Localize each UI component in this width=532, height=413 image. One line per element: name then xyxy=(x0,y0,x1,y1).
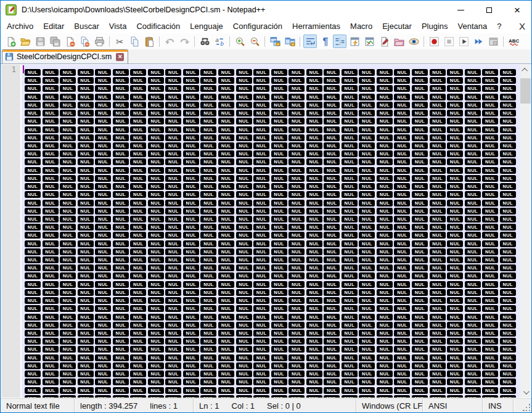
toolbar-separator xyxy=(109,36,110,47)
toolbar-redo-button xyxy=(178,35,191,48)
nul-row: NULNULNULNULNULNULNULNULNULNULNULNULNULN… xyxy=(25,285,520,293)
text-caret xyxy=(23,65,24,73)
close-file-icon xyxy=(65,36,75,47)
sync-vertical-scrolling-icon xyxy=(270,36,280,47)
nul-row: NULNULNULNULNULNULNULNULNULNULNULNULNULN… xyxy=(25,367,520,375)
tab-close-icon[interactable]: ✕ xyxy=(116,53,124,61)
status-eol-format[interactable]: Windows (CR LF) xyxy=(356,399,423,412)
nul-row: NULNULNULNULNULNULNULNULNULNULNULNULNULN… xyxy=(25,318,520,326)
toolbar-zoom-in-button[interactable] xyxy=(233,35,247,48)
status-cursor-position-value: Sel : 0 | 0 xyxy=(267,401,301,411)
nul-row: NULNULNULNULNULNULNULNULNULNULNULNULNULN… xyxy=(25,73,520,81)
nul-row: NULNULNULNULNULNULNULNULNULNULNULNULNULN… xyxy=(25,204,520,212)
toolbar-folder-as-workspace-button[interactable] xyxy=(392,35,406,48)
toolbar-copy-button[interactable] xyxy=(128,35,141,48)
open-file-icon xyxy=(20,36,31,47)
editor-area[interactable]: 1 NULNULNULNULNULNULNULNULNULNULNULNULNU… xyxy=(1,65,531,398)
notepadpp-window: D:\Users\oicampo\Downloads\SteelCorbelDe… xyxy=(0,0,532,413)
toolbar-indent-guide-button[interactable] xyxy=(333,35,346,48)
toolbar-macro-stop-button xyxy=(442,35,456,48)
toolbar-zoom-out-button[interactable] xyxy=(248,35,261,48)
toolbar-find-button[interactable] xyxy=(198,35,211,48)
scroll-down-button[interactable] xyxy=(520,387,531,398)
print-icon xyxy=(94,36,105,47)
menu-editar[interactable]: Editar xyxy=(38,20,69,33)
toolbar-separator xyxy=(194,36,195,47)
menu-ejecutar[interactable]: Ejecutar xyxy=(377,20,417,33)
menu-lenguaje[interactable]: Lenguaje xyxy=(185,20,228,33)
nul-row: NULNULNULNULNULNULNULNULNULNULNULNULNULN… xyxy=(25,147,520,155)
close-button[interactable]: × xyxy=(503,1,531,19)
nul-badge: NUL xyxy=(289,395,305,398)
nul-badge: NUL xyxy=(359,395,375,398)
toolbar-close-all-button[interactable] xyxy=(78,35,91,48)
toolbar-document-map-button[interactable] xyxy=(362,35,376,48)
toolbar-macro-save-button xyxy=(486,35,500,48)
menu-help[interactable]: ? xyxy=(492,20,506,33)
scroll-up-button[interactable] xyxy=(520,65,531,75)
nul-badge: NUL xyxy=(271,395,287,398)
chevron-down-icon xyxy=(523,388,530,395)
undo-icon xyxy=(165,36,175,47)
status-cursor-position-value: Col : 1 xyxy=(232,401,255,411)
status-encoding[interactable]: ANSI xyxy=(423,399,483,412)
toolbar-paste-button[interactable] xyxy=(142,35,156,48)
menu-plugins[interactable]: Plugins xyxy=(417,20,453,33)
nul-row: NULNULNULNULNULNULNULNULNULNULNULNULNULN… xyxy=(25,187,520,195)
toolbar-word-wrap-button[interactable] xyxy=(303,35,317,48)
zoom-in-icon xyxy=(235,36,245,47)
toolbar-spell-check-button[interactable]: ABC xyxy=(507,35,520,48)
toolbar-monitoring-eye-button[interactable] xyxy=(407,35,420,48)
menu-vista[interactable]: Vista xyxy=(104,20,132,33)
toolbar-show-all-characters-button[interactable]: ¶ xyxy=(318,35,332,48)
toolbar-close-file-button[interactable] xyxy=(63,35,76,48)
macro-record-icon xyxy=(429,36,440,47)
redo-icon xyxy=(179,36,190,47)
toolbar-replace-button[interactable]: ab xyxy=(213,35,226,48)
nul-badge: NUL xyxy=(95,395,111,398)
close-icon: × xyxy=(514,5,520,15)
toolbar-macro-play-button[interactable] xyxy=(457,35,470,48)
toolbar-undo-button xyxy=(163,35,176,48)
toolbar-sync-vertical-scrolling-button[interactable] xyxy=(268,35,282,48)
menu-close-x[interactable]: X xyxy=(519,22,525,31)
nul-row: NULNULNULNULNULNULNULNULNULNULNULNULNULN… xyxy=(25,114,520,122)
spell-check-icon: ABC xyxy=(509,36,519,47)
menu-ventana[interactable]: Ventana xyxy=(453,20,493,33)
toolbar-sync-horizontal-scrolling-button[interactable] xyxy=(283,35,297,48)
toolbar-macro-run-multiple-button[interactable] xyxy=(472,35,485,48)
menu-macro[interactable]: Macro xyxy=(345,20,377,33)
tab-steelcorbeldesigncpci[interactable]: SteelCorbelDesignCPCI.sm ✕ xyxy=(2,49,128,63)
vertical-scrollbar[interactable] xyxy=(520,65,531,398)
toolbar-function-list-button[interactable] xyxy=(348,35,361,48)
paste-icon xyxy=(144,36,155,47)
toolbar-new-file-button[interactable] xyxy=(4,35,17,48)
toolbar-document-list-button[interactable] xyxy=(377,35,391,48)
chevron-up-icon xyxy=(522,68,528,74)
nul-badge: NUL xyxy=(25,395,41,398)
title-bar: D:\Users\oicampo\Downloads\SteelCorbelDe… xyxy=(1,1,531,19)
toolbar-print-button[interactable] xyxy=(92,35,106,48)
maximize-button[interactable] xyxy=(475,1,503,19)
menu-herramientas[interactable]: Herramientas xyxy=(287,20,345,33)
nul-row: NULNULNULNULNULNULNULNULNULNULNULNULNULN… xyxy=(25,383,520,391)
nul-badge: NUL xyxy=(447,395,463,398)
menu-codificacion[interactable]: Codificación xyxy=(131,20,185,33)
monitoring-eye-icon xyxy=(409,36,419,47)
scrollbar-thumb[interactable] xyxy=(520,78,531,104)
toolbar-macro-record-button[interactable] xyxy=(427,35,441,48)
minimize-button[interactable] xyxy=(446,1,475,19)
menu-archivo[interactable]: Archivo xyxy=(2,20,38,33)
zoom-out-icon xyxy=(250,36,260,47)
toolbar-cut-button[interactable]: ✂ xyxy=(113,35,126,48)
resize-grip[interactable] xyxy=(523,404,531,412)
menu-configuracion[interactable]: Configuración xyxy=(228,20,287,33)
toolbar-open-file-button[interactable] xyxy=(18,35,32,48)
sync-horizontal-scrolling-icon xyxy=(285,36,295,47)
nul-row: NULNULNULNULNULNULNULNULNULNULNULNULNULN… xyxy=(25,163,520,171)
nul-row: NULNULNULNULNULNULNULNULNULNULNULNULNULN… xyxy=(25,212,520,220)
nul-badge: NUL xyxy=(236,395,252,398)
menu-buscar[interactable]: Buscar xyxy=(69,20,104,33)
status-insert-mode[interactable]: INS xyxy=(483,399,514,412)
status-length-lines-value: length : 394.257 xyxy=(80,401,137,411)
